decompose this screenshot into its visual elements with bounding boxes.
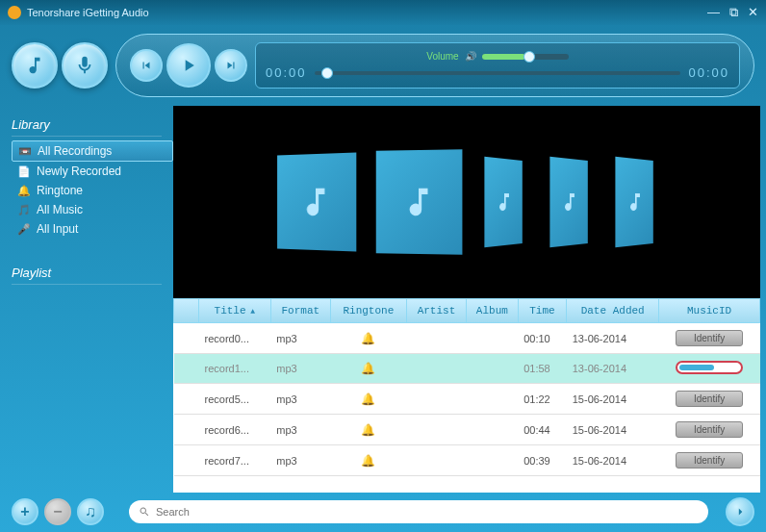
cell-ringtone[interactable]: 🔔 xyxy=(330,445,406,476)
speaker-icon: 🔊 xyxy=(465,51,476,62)
column-header[interactable]: Date Added xyxy=(567,299,659,323)
cell-album xyxy=(467,354,519,384)
column-header[interactable]: Time xyxy=(518,299,567,323)
cell-date: 13-06-2014 xyxy=(567,354,659,384)
sidebar-item-label: Newly Recorded xyxy=(37,165,121,178)
progress-box: Volume 🔊 00:00 00:00 xyxy=(255,42,740,89)
cell-date: 15-06-2014 xyxy=(567,384,659,415)
remove-button[interactable]: − xyxy=(44,498,71,525)
time-total: 00:00 xyxy=(688,65,729,80)
cell-album xyxy=(467,415,519,445)
divider xyxy=(12,284,162,285)
cell-time: 01:22 xyxy=(518,384,567,415)
app-icon xyxy=(8,6,21,19)
identify-progress xyxy=(676,361,743,374)
prev-button[interactable] xyxy=(130,49,163,82)
sidebar-item-newly-recorded[interactable]: 📄 Newly Recorded xyxy=(12,162,173,181)
music-tab-button[interactable] xyxy=(12,42,58,89)
document-icon: 📄 xyxy=(17,165,31,178)
cell-artist xyxy=(406,323,466,354)
divider xyxy=(12,136,162,137)
table-row[interactable]: record0...mp3🔔00:1013-06-2014Identify xyxy=(174,323,760,354)
player-strip: Volume 🔊 00:00 00:00 xyxy=(115,34,754,97)
volume-slider[interactable] xyxy=(482,54,569,60)
cell-format: mp3 xyxy=(270,415,330,445)
column-header[interactable]: Ringtone xyxy=(330,299,406,323)
next-button[interactable] xyxy=(215,49,247,82)
cell-format: mp3 xyxy=(270,445,330,476)
cell-artist xyxy=(406,445,466,476)
sidebar-item-label: Ringtone xyxy=(37,184,83,197)
app-title: Tenorshare iGetting Audio xyxy=(27,7,149,18)
cell-artist xyxy=(406,415,466,445)
cell-title: record6... xyxy=(199,415,271,445)
row-checkbox[interactable] xyxy=(174,354,199,384)
seek-slider[interactable] xyxy=(315,71,681,75)
content: TitleFormatRingtoneArtistAlbumTimeDate A… xyxy=(173,106,760,493)
music-note-icon xyxy=(24,55,45,76)
identify-button[interactable]: Identify xyxy=(676,391,743,407)
table-row[interactable]: record5...mp3🔔01:2215-06-2014Identify xyxy=(174,384,760,415)
table-row[interactable]: record1...mp3🔔01:5813-06-2014 xyxy=(174,354,760,384)
cell-time: 00:44 xyxy=(518,415,567,445)
column-header[interactable]: MusicID xyxy=(659,299,760,323)
row-checkbox[interactable] xyxy=(174,323,199,354)
sidebar-item-label: All Input xyxy=(37,222,78,236)
row-checkbox[interactable] xyxy=(174,415,199,445)
column-header[interactable]: Album xyxy=(467,299,519,323)
maximize-button[interactable]: ⧉ xyxy=(729,5,738,20)
identify-button[interactable]: Identify xyxy=(676,330,743,346)
mic-icon: 🎤 xyxy=(17,222,31,236)
cell-musicid xyxy=(659,354,760,384)
sidebar-item-ringtone[interactable]: 🔔 Ringtone xyxy=(12,181,173,200)
table-row[interactable]: record6...mp3🔔00:4415-06-2014Identify xyxy=(174,415,760,445)
cell-date: 13-06-2014 xyxy=(567,323,659,354)
go-button[interactable] xyxy=(726,497,754,526)
cell-ringtone[interactable]: 🔔 xyxy=(330,415,406,445)
cell-date: 15-06-2014 xyxy=(567,415,659,445)
column-header[interactable]: Artist xyxy=(406,299,466,323)
cell-format: mp3 xyxy=(270,384,330,415)
cell-ringtone[interactable]: 🔔 xyxy=(330,354,406,384)
cell-ringtone[interactable]: 🔔 xyxy=(330,384,406,415)
close-button[interactable]: ✕ xyxy=(748,5,758,20)
library-header: Library xyxy=(12,117,173,132)
row-checkbox[interactable] xyxy=(174,445,199,476)
column-header[interactable] xyxy=(174,299,199,323)
titlebar: Tenorshare iGetting Audio — ⧉ ✕ xyxy=(0,0,766,25)
column-header[interactable]: Format xyxy=(270,299,330,323)
cell-artist xyxy=(406,354,466,384)
cell-title: record0... xyxy=(199,323,271,354)
cell-album xyxy=(467,445,519,476)
add-button[interactable]: + xyxy=(12,498,38,525)
sidebar-item-all-music[interactable]: 🎵 All Music xyxy=(12,200,173,219)
sidebar-item-all-input[interactable]: 🎤 All Input xyxy=(12,219,173,239)
arrow-right-icon xyxy=(733,505,747,519)
top-panel: Volume 🔊 00:00 00:00 xyxy=(0,25,766,106)
identify-button[interactable]: Identify xyxy=(676,452,743,469)
recordings-table: TitleFormatRingtoneArtistAlbumTimeDate A… xyxy=(173,298,760,476)
album-cover xyxy=(615,157,652,247)
cell-title: record7... xyxy=(199,445,271,476)
note-icon xyxy=(400,184,437,220)
row-checkbox[interactable] xyxy=(174,384,199,415)
identify-button[interactable]: Identify xyxy=(676,421,743,438)
search-input[interactable] xyxy=(156,506,699,518)
cell-album xyxy=(467,323,519,354)
minimize-button[interactable]: — xyxy=(707,5,720,20)
bell-icon: 🔔 xyxy=(17,184,31,197)
cell-album xyxy=(467,384,519,415)
play-button[interactable] xyxy=(166,43,211,88)
cell-title: record5... xyxy=(199,384,271,415)
cell-musicid: Identify xyxy=(659,415,760,445)
mic-tab-button[interactable] xyxy=(62,42,108,89)
playlist-options-button[interactable]: ♫ xyxy=(77,498,104,525)
column-header[interactable]: Title xyxy=(199,299,271,323)
cell-ringtone[interactable]: 🔔 xyxy=(330,323,406,354)
album-cover xyxy=(376,149,463,254)
sidebar-item-all-recordings[interactable]: 📼 All Recordings xyxy=(12,140,173,162)
cell-artist xyxy=(406,384,466,415)
cell-date: 15-06-2014 xyxy=(567,445,659,476)
search-box xyxy=(129,500,708,523)
table-row[interactable]: record7...mp3🔔00:3915-06-2014Identify xyxy=(174,445,760,476)
